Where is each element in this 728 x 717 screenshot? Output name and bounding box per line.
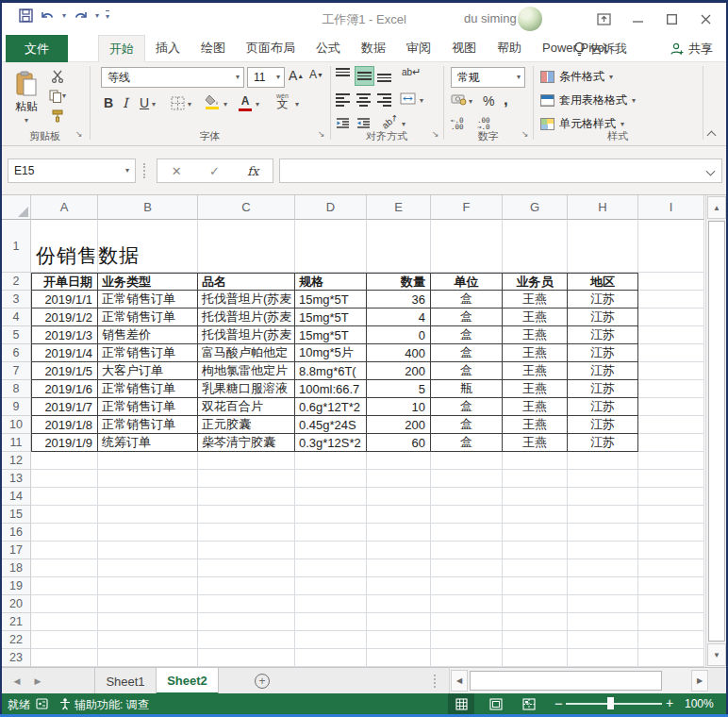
wrap-text-icon[interactable]: ab↵: [402, 66, 421, 78]
cell-I9[interactable]: [638, 398, 704, 416]
cell-A17[interactable]: [31, 542, 98, 559]
italic-button[interactable]: I: [123, 95, 128, 110]
cell-H6[interactable]: 江苏: [568, 344, 638, 362]
maximize-button[interactable]: [654, 3, 688, 35]
cell-C22[interactable]: [198, 631, 295, 649]
cell-B10[interactable]: 正常销售订单: [98, 416, 198, 434]
cell-A16[interactable]: [31, 524, 98, 542]
row-header-21[interactable]: 21: [2, 613, 31, 631]
cell-D11[interactable]: 0.3g*12S*2: [295, 434, 367, 452]
zoom-slider-track[interactable]: [566, 703, 662, 705]
cell-A15[interactable]: [31, 506, 98, 524]
cell-B12[interactable]: [98, 452, 198, 470]
align-bottom-icon[interactable]: [377, 68, 391, 82]
number-dialog-launcher[interactable]: ↘: [521, 130, 529, 139]
cell-H7[interactable]: 江苏: [568, 362, 638, 380]
row-header-1[interactable]: 1: [2, 220, 31, 273]
row-header-12[interactable]: 12: [2, 452, 31, 470]
increase-indent-icon[interactable]: [356, 118, 371, 128]
column-header-B[interactable]: B: [98, 195, 198, 220]
name-box-dropdown-icon[interactable]: ▾: [125, 167, 129, 175]
cell-H2[interactable]: 地区: [568, 273, 638, 291]
cell-F10[interactable]: 盒: [431, 416, 503, 434]
cell-E19[interactable]: [367, 577, 431, 595]
tab-数据[interactable]: 数据: [351, 35, 396, 62]
cell-I17[interactable]: [638, 542, 704, 559]
column-header-D[interactable]: D: [295, 195, 367, 220]
cell-F16[interactable]: [431, 524, 503, 542]
cell-H8[interactable]: 江苏: [568, 380, 638, 398]
cell-A13[interactable]: [31, 470, 98, 488]
row-header-14[interactable]: 14: [2, 488, 31, 506]
cell-H21[interactable]: [568, 613, 638, 631]
cell-D6[interactable]: 10mg*5片: [295, 344, 367, 362]
macro-record-icon[interactable]: [36, 698, 48, 709]
cell-H10[interactable]: 江苏: [568, 416, 638, 434]
cell-H5[interactable]: 江苏: [568, 326, 638, 344]
align-middle-icon[interactable]: [356, 67, 373, 85]
cell-F22[interactable]: [431, 631, 503, 649]
scroll-right-icon[interactable]: ▶: [691, 670, 708, 692]
cell-H1[interactable]: [568, 220, 638, 273]
redo-icon[interactable]: [73, 9, 89, 23]
cell-F17[interactable]: [431, 542, 503, 559]
cell-A14[interactable]: [31, 488, 98, 506]
cell-I14[interactable]: [638, 488, 704, 506]
cell-F4[interactable]: 盒: [431, 308, 503, 326]
decrease-font-icon[interactable]: A▼: [309, 68, 323, 81]
cell-H11[interactable]: 江苏: [568, 434, 638, 452]
tab-视图[interactable]: 视图: [441, 35, 487, 62]
cell-F11[interactable]: 盒: [431, 434, 503, 452]
font-color-button[interactable]: A: [239, 94, 252, 111]
percent-icon[interactable]: %: [483, 93, 494, 108]
vertical-scrollbar-thumb[interactable]: [708, 221, 725, 642]
cell-C6[interactable]: 富马酸卢帕他定: [198, 344, 295, 362]
row-header-16[interactable]: 16: [2, 524, 31, 542]
align-top-icon[interactable]: [336, 68, 350, 82]
decrease-indent-icon[interactable]: [336, 118, 350, 128]
cell-C9[interactable]: 双花百合片: [198, 398, 295, 416]
increase-decimal-icon[interactable]: ←.0 .00: [451, 117, 464, 130]
cell-G9[interactable]: 王燕: [503, 398, 568, 416]
cell-I16[interactable]: [638, 524, 704, 542]
cell-E15[interactable]: [367, 506, 431, 524]
cell-B14[interactable]: [98, 488, 198, 506]
cell-F8[interactable]: 瓶: [431, 380, 503, 398]
cell-F20[interactable]: [431, 595, 503, 613]
cell-C2[interactable]: 品名: [198, 273, 295, 291]
scroll-up-icon[interactable]: ▲: [707, 196, 726, 219]
cell-E5[interactable]: 0: [367, 326, 431, 344]
cell-G10[interactable]: 王燕: [503, 416, 568, 434]
cell-E3[interactable]: 36: [367, 291, 431, 308]
cell-I8[interactable]: [638, 380, 704, 398]
cell-G20[interactable]: [503, 595, 568, 613]
cell-F18[interactable]: [431, 559, 503, 577]
cell-B4[interactable]: 正常销售订单: [98, 308, 198, 326]
row-header-2[interactable]: 2: [2, 273, 31, 291]
cell-B13[interactable]: [98, 470, 198, 488]
cell-I13[interactable]: [638, 470, 704, 488]
cell-C10[interactable]: 正元胶囊: [198, 416, 295, 434]
cell-C1[interactable]: [198, 220, 295, 273]
cell-B17[interactable]: [98, 542, 198, 559]
cell-G23[interactable]: [503, 649, 568, 667]
scroll-down-icon[interactable]: ▼: [707, 643, 726, 666]
accessibility-icon[interactable]: [58, 697, 72, 710]
align-center-icon[interactable]: [356, 93, 371, 107]
cell-F23[interactable]: [431, 649, 503, 667]
cell-H12[interactable]: [568, 452, 638, 470]
row-header-23[interactable]: 23: [2, 649, 31, 667]
cell-D22[interactable]: [295, 631, 367, 649]
cell-A21[interactable]: [31, 613, 98, 631]
row-header-5[interactable]: 5: [2, 326, 31, 344]
font-name-combo[interactable]: 等线▾: [101, 67, 244, 88]
row-header-4[interactable]: 4: [2, 308, 31, 326]
bold-button[interactable]: B: [104, 95, 113, 110]
cell-A20[interactable]: [31, 595, 98, 613]
format-painter-button[interactable]: [51, 109, 64, 123]
cell-D8[interactable]: 100ml:66.7: [295, 380, 367, 398]
cell-G8[interactable]: 王燕: [503, 380, 568, 398]
cell-I1[interactable]: [638, 220, 704, 273]
tell-me[interactable]: 告诉我: [573, 35, 627, 62]
horizontal-scrollbar[interactable]: ◀ ▶: [449, 668, 709, 693]
